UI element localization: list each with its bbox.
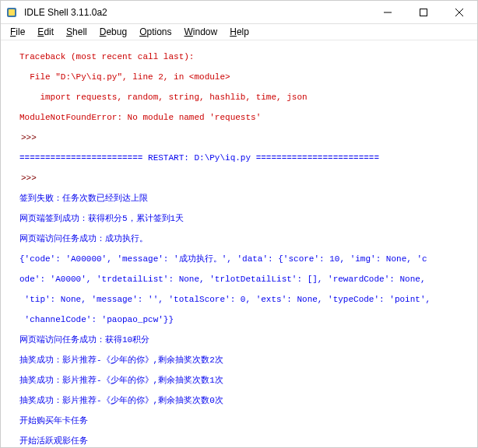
- maximize-button[interactable]: [406, 1, 441, 24]
- prompt: >>>: [19, 133, 37, 143]
- menu-help[interactable]: Help: [223, 25, 255, 39]
- menu-edit[interactable]: Edit: [31, 25, 60, 39]
- svg-rect-3: [420, 9, 427, 16]
- window-controls: [370, 1, 477, 24]
- app-icon: [5, 6, 18, 19]
- output-line: 网页端访问任务成功：获得10积分: [19, 335, 477, 345]
- menubar: File Edit Shell Debug Options Window Hel…: [1, 24, 477, 40]
- output-line: 开始购买年卡任务: [19, 416, 477, 426]
- menu-shell[interactable]: Shell: [60, 25, 93, 39]
- shell-text[interactable]: Traceback (most recent call last): File …: [1, 40, 477, 447]
- output-line: 'tip': None, 'message': '', 'totalScore'…: [19, 295, 477, 305]
- menu-file[interactable]: File: [4, 25, 31, 39]
- output-line: 抽奖成功：影片推荐-《少年的你》,剩余抽奖次数2次: [19, 355, 477, 366]
- traceback-line: ModuleNotFoundError: No module named 're…: [19, 113, 477, 123]
- close-button[interactable]: [441, 1, 477, 24]
- svg-rect-1: [9, 9, 15, 16]
- menu-window[interactable]: Window: [178, 25, 224, 39]
- output-line: 网页端访问任务成功：成功执行。: [19, 234, 477, 244]
- prompt: >>>: [19, 173, 37, 184]
- window-title: IDLE Shell 3.11.0a2: [23, 7, 370, 18]
- titlebar: IDLE Shell 3.11.0a2: [1, 1, 477, 24]
- output-line: 抽奖成功：影片推荐-《少年的你》,剩余抽奖次数0次: [19, 396, 477, 406]
- menu-options[interactable]: Options: [133, 25, 177, 39]
- traceback-line: File "D:\Py\iq.py", line 2, in <module>: [19, 72, 477, 82]
- restart-separator: ======================== RESTART: D:\Py\…: [19, 153, 477, 163]
- traceback-line: Traceback (most recent call last):: [19, 52, 477, 62]
- output-line: 开始活跃观影任务: [19, 436, 477, 446]
- menu-debug[interactable]: Debug: [93, 25, 133, 39]
- output-line: 签到失败：任务次数已经到达上限: [19, 194, 477, 204]
- minimize-button[interactable]: [370, 1, 406, 24]
- output-line: 抽奖成功：影片推荐-《少年的你》,剩余抽奖次数1次: [19, 376, 477, 386]
- output-line: 网页端签到成功：获得积分5，累计签到1天: [19, 214, 477, 224]
- traceback-line: import requests, random, string, hashlib…: [19, 93, 477, 103]
- output-line: {'code': 'A00000', 'message': '成功执行。', '…: [19, 254, 477, 264]
- output-line: 'channelCode': 'paopao_pcw'}}: [19, 315, 477, 325]
- output-line: ode': 'A0000', 'trdetailList': None, 'tr…: [19, 275, 477, 285]
- shell-content[interactable]: Traceback (most recent call last): File …: [1, 40, 477, 447]
